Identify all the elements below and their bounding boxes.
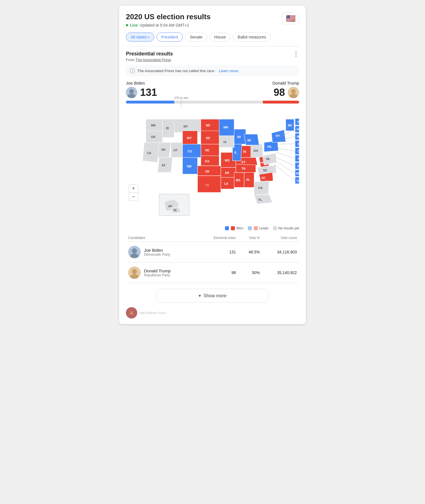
col-vote-count: Vote count: [262, 234, 299, 242]
svg-text:SC: SC: [261, 176, 266, 180]
trump-ev-cell: 98: [198, 262, 238, 283]
svg-text:MS: MS: [236, 178, 240, 182]
trump-party: Republican Party: [144, 273, 171, 277]
svg-text:IA: IA: [224, 140, 227, 144]
svg-point-4: [291, 89, 296, 94]
svg-text:RI: RI: [298, 142, 299, 146]
trump-cell: Donald Trump Republican Party: [126, 262, 198, 283]
svg-text:NH: NH: [297, 128, 299, 131]
map-section: WA OR CA ID NV AZ MT UT WY: [126, 109, 299, 223]
tab-president[interactable]: President: [156, 33, 183, 42]
biden-table-avatar: [128, 246, 141, 258]
info-banner: i The Associated Press has not called th…: [126, 65, 299, 76]
svg-marker-30: [201, 156, 219, 166]
svg-marker-50: [241, 146, 252, 157]
show-more-button[interactable]: ▾ Show more: [156, 289, 269, 303]
biden-info: Joe Biden Democratic Party: [144, 248, 170, 257]
svg-text:CT: CT: [297, 150, 299, 153]
svg-text:DC: DC: [297, 179, 299, 182]
watermark-text: Arab Defense Forum: [139, 311, 166, 315]
legend-blue-won: Won: [225, 226, 243, 230]
svg-text:ME: ME: [288, 124, 292, 127]
biden-candidate-cell: Joe Biden Democratic Party: [128, 246, 195, 258]
trump-info: Donald Trump Republican Party: [144, 268, 171, 277]
divider-1: [126, 46, 299, 46]
legend-red-color: [231, 226, 235, 230]
svg-text:OK: OK: [205, 170, 210, 173]
biden-ev: 131: [140, 87, 157, 98]
svg-line-109: [276, 152, 295, 158]
biden-side: Joe Biden 131: [126, 81, 157, 98]
trump-bar: [263, 101, 299, 104]
svg-text:ND: ND: [206, 124, 210, 127]
zoom-out-button[interactable]: −: [129, 193, 138, 201]
tab-senate[interactable]: Senate: [185, 33, 207, 42]
section-title: Presidential results: [126, 51, 173, 57]
svg-line-107: [278, 144, 295, 144]
svg-text:DE: DE: [297, 164, 299, 168]
legend-won-label: Won: [236, 226, 243, 230]
svg-text:SD: SD: [206, 136, 210, 140]
zoom-in-button[interactable]: +: [129, 185, 138, 193]
us-map: WA OR CA ID NV AZ MT UT WY: [126, 109, 299, 222]
svg-point-1: [129, 89, 134, 94]
svg-text:NM: NM: [187, 165, 192, 168]
svg-text:TX: TX: [205, 184, 209, 187]
candidates-row: Joe Biden 131 Donald Trump: [126, 81, 299, 98]
trump-name: Donald Trump: [272, 81, 299, 85]
tab-ballot[interactable]: Ballot measures: [233, 33, 271, 42]
biden-party: Democratic Party: [144, 253, 170, 257]
legend-leads-label: Leads: [259, 226, 269, 230]
tab-all-states[interactable]: All states ▾: [126, 33, 154, 42]
learn-more-link[interactable]: Learn more: [219, 69, 238, 73]
svg-marker-46: [236, 164, 256, 172]
live-row: Live Updated at 5:04 AM GMT+2: [126, 23, 211, 27]
svg-text:NJ: NJ: [298, 157, 299, 160]
zoom-controls: + −: [129, 184, 138, 201]
tab-house[interactable]: House: [209, 33, 230, 42]
svg-text:KY: KY: [241, 160, 246, 164]
results-table: Candidates Electoral votes Vote % Vote c…: [126, 234, 299, 283]
trump-count-cell: 35,140,922: [262, 262, 299, 283]
chevron-down-icon: ▾: [199, 293, 201, 298]
section-header: Presidential results From The Associated…: [126, 51, 299, 62]
biden-pct-cell: 48.5%: [238, 242, 262, 262]
trump-side: Donald Trump 98: [272, 81, 299, 98]
legend-blue-color: [225, 226, 229, 230]
trump-avatar: [288, 87, 299, 98]
tabs-row: All states ▾ President Senate House Ball…: [126, 33, 299, 42]
more-options-button[interactable]: ⋮: [293, 51, 299, 57]
section-source: From The Associated Press: [126, 58, 173, 62]
svg-line-111: [275, 161, 295, 173]
legend-no-results-label: No results yet: [278, 226, 299, 230]
legend-leads-red-color: [254, 226, 258, 230]
show-more-label: Show more: [204, 293, 227, 298]
page-title: 2020 US election results: [126, 12, 211, 21]
svg-text:KS: KS: [205, 160, 209, 163]
svg-text:OR: OR: [151, 135, 155, 139]
legend-leads: Leads: [248, 226, 269, 230]
biden-bar: [126, 101, 174, 104]
svg-text:MD: MD: [296, 172, 299, 175]
table-row: Joe Biden Democratic Party 131 48.5% 34,…: [126, 242, 299, 262]
watermark-icon: ⚔: [126, 307, 137, 318]
win-label: 270 to win: [174, 96, 188, 100]
svg-text:NV: NV: [162, 148, 166, 151]
svg-marker-28: [201, 144, 219, 156]
svg-marker-74: [244, 134, 259, 145]
chevron-down-icon: ▾: [148, 36, 149, 39]
svg-line-110: [276, 158, 295, 166]
svg-text:MO: MO: [225, 159, 230, 162]
biden-avatar: [126, 87, 137, 98]
svg-text:OH: OH: [254, 149, 258, 152]
source-link[interactable]: The Associated Press: [136, 58, 171, 62]
svg-point-122: [132, 269, 137, 274]
trump-table-name: Donald Trump: [144, 268, 171, 273]
svg-text:ID: ID: [166, 126, 169, 130]
trump-candidate-cell: Donald Trump Republican Party: [128, 266, 195, 279]
trump-ev: 98: [274, 87, 285, 98]
svg-text:TN: TN: [241, 167, 245, 170]
electoral-bar-container: 270 to win: [126, 101, 299, 104]
svg-text:MI: MI: [248, 139, 251, 142]
biden-cell: Joe Biden Democratic Party: [126, 242, 198, 262]
